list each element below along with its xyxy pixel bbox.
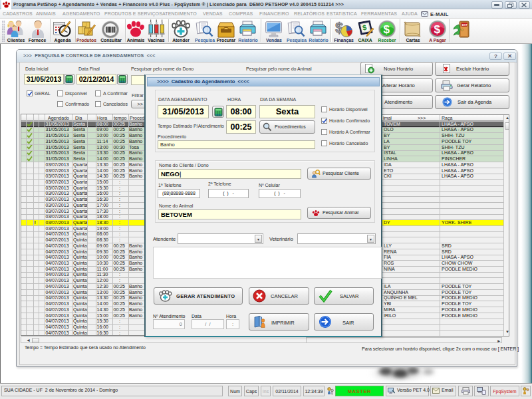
svg-text:$: $ <box>434 23 441 36</box>
svg-text:EXIT: EXIT <box>462 24 468 27</box>
svg-text:$: $ <box>384 23 390 36</box>
